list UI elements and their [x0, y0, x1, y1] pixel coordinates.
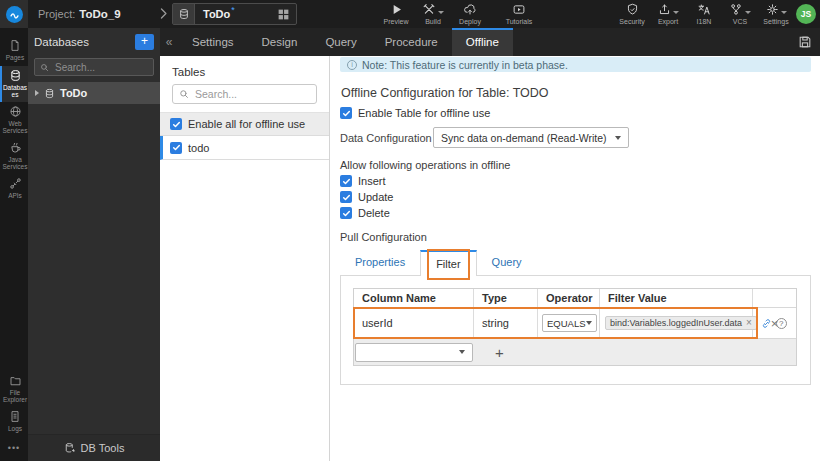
- tables-panel: Tables Enable all for offline use todo: [160, 56, 330, 461]
- user-avatar[interactable]: JS: [796, 4, 816, 24]
- database-search[interactable]: [34, 58, 154, 76]
- data-configuration-label: Data Configuration: [340, 132, 433, 144]
- check-icon: [172, 143, 181, 152]
- action-label: Preview: [384, 18, 409, 25]
- chevron-down-icon: [673, 11, 679, 14]
- more-options-icon[interactable]: •••: [0, 437, 28, 461]
- wavemaker-logo[interactable]: [0, 0, 28, 28]
- operator-select[interactable]: EQUALS: [542, 314, 597, 332]
- sidebar-item-databases[interactable]: Databases: [0, 66, 28, 102]
- checkbox-checked[interactable]: [340, 191, 352, 203]
- sidebar-item-label: Databases: [2, 84, 28, 98]
- delete-row-icon[interactable]: ×: [771, 316, 779, 331]
- action-label: VCS: [733, 18, 747, 25]
- i18n-icon: [697, 2, 711, 16]
- topbar: Project: ToDo_9 ToDo * Preview: [0, 0, 820, 28]
- pull-configuration-heading: Pull Configuration: [340, 231, 811, 243]
- data-configuration-select[interactable]: Sync data on-demand (Read-Write): [433, 127, 629, 148]
- i18n-button[interactable]: I18N: [690, 2, 718, 25]
- remove-binding-icon[interactable]: ×: [746, 318, 752, 328]
- sidebar-item-pages[interactable]: Pages: [0, 36, 28, 66]
- beta-note-banner: i Note: This feature is currently in bet…: [340, 57, 811, 72]
- tab-procedure[interactable]: Procedure: [371, 28, 452, 56]
- column-header: Type: [474, 289, 538, 307]
- bind-value-chip[interactable]: bind:Variables.loggedInUser.data ×: [605, 316, 757, 330]
- tables-search[interactable]: [172, 84, 317, 104]
- asset-tab-todo[interactable]: ToDo *: [172, 3, 297, 25]
- databases-panel-title: Databases: [34, 36, 89, 48]
- save-button[interactable]: [790, 28, 820, 56]
- database-item-todo[interactable]: ToDo: [28, 82, 160, 104]
- logs-icon: [9, 410, 21, 423]
- grid-icon[interactable]: [277, 8, 290, 21]
- database-icon: [9, 69, 22, 82]
- tab-design[interactable]: Design: [248, 28, 312, 56]
- preview-button[interactable]: Preview: [382, 2, 410, 25]
- caret-down-icon: [586, 321, 592, 325]
- check-icon: [172, 120, 181, 129]
- check-icon: [342, 209, 351, 218]
- tab-properties[interactable]: Properties: [340, 250, 420, 275]
- filter-type: string: [474, 308, 538, 338]
- checkbox-checked[interactable]: [340, 207, 352, 219]
- sidebar-item-web-services[interactable]: Web Services: [0, 102, 28, 138]
- project-prefix: Project:: [38, 8, 75, 20]
- operation-label: Insert: [358, 175, 386, 187]
- column-header-actions: [753, 289, 796, 307]
- sidebar-item-label: APIs: [2, 192, 28, 199]
- folder-icon: [9, 375, 22, 387]
- export-button[interactable]: Export: [654, 2, 682, 25]
- search-icon: [40, 63, 49, 72]
- build-button[interactable]: Build: [419, 2, 447, 25]
- add-database-button[interactable]: +: [135, 34, 154, 50]
- topbar-actions-left: Preview Build Deploy: [382, 2, 484, 25]
- sidebar-item-file-explorer[interactable]: File Explorer: [0, 372, 28, 407]
- checkbox-checked[interactable]: [340, 175, 352, 187]
- tab-query[interactable]: Query: [311, 28, 370, 56]
- data-configuration-value: Sync data on-demand (Read-Write): [441, 132, 607, 144]
- table-row-todo[interactable]: todo: [160, 136, 329, 160]
- api-icon: [9, 177, 22, 190]
- sidebar-item-apis[interactable]: APIs: [0, 174, 28, 204]
- tables-search-input[interactable]: [193, 87, 310, 101]
- security-button[interactable]: Security: [618, 2, 646, 25]
- settings-button[interactable]: Settings: [762, 2, 790, 25]
- tutorials-button[interactable]: Tutorials: [505, 2, 533, 25]
- checkbox-checked[interactable]: [170, 142, 182, 154]
- data-configuration-row: Data Configuration Sync data on-demand (…: [340, 127, 811, 148]
- check-icon: [342, 177, 351, 186]
- sidebar-item-java-services[interactable]: Java Services: [0, 138, 28, 174]
- expand-caret-icon[interactable]: [35, 90, 39, 96]
- operation-insert-row: Insert: [340, 175, 811, 187]
- action-label: Build: [425, 18, 441, 25]
- checkbox-checked[interactable]: [170, 118, 182, 130]
- database-search-input[interactable]: [53, 61, 148, 74]
- caret-down-icon: [615, 136, 621, 140]
- coffee-icon: [9, 141, 22, 154]
- tab-filter[interactable]: Filter: [420, 250, 476, 276]
- shield-icon: [626, 2, 639, 16]
- db-tools-button[interactable]: DB Tools: [28, 434, 160, 461]
- checkbox-checked[interactable]: [340, 107, 352, 119]
- tab-query-pull[interactable]: Query: [477, 250, 537, 275]
- tab-offline[interactable]: Offline: [452, 28, 513, 56]
- offline-config-content: i Note: This feature is currently in bet…: [330, 56, 820, 461]
- operation-label: Update: [358, 191, 393, 203]
- asset-tab-label: ToDo: [203, 8, 230, 20]
- action-label: Deploy: [459, 18, 481, 25]
- tab-settings[interactable]: Settings: [178, 28, 248, 56]
- tables-panel-title: Tables: [172, 66, 317, 78]
- database-icon: [173, 4, 195, 24]
- enable-all-row[interactable]: Enable all for offline use: [160, 112, 329, 136]
- deploy-button[interactable]: Deploy: [456, 2, 484, 25]
- new-column-select[interactable]: [355, 343, 473, 362]
- sidebar-item-label: File Explorer: [2, 389, 28, 403]
- collapse-panel-icon[interactable]: «: [160, 28, 178, 56]
- filter-column-name[interactable]: userId: [354, 308, 474, 338]
- add-filter-row-button[interactable]: +: [495, 345, 504, 360]
- deploy-icon: [463, 2, 477, 16]
- sidebar-item-logs[interactable]: Logs: [0, 407, 28, 437]
- asset-tabbar: « Settings Design Query Procedure Offlin…: [160, 28, 820, 56]
- chevron-down-icon: [438, 11, 444, 14]
- vcs-button[interactable]: VCS: [726, 2, 754, 25]
